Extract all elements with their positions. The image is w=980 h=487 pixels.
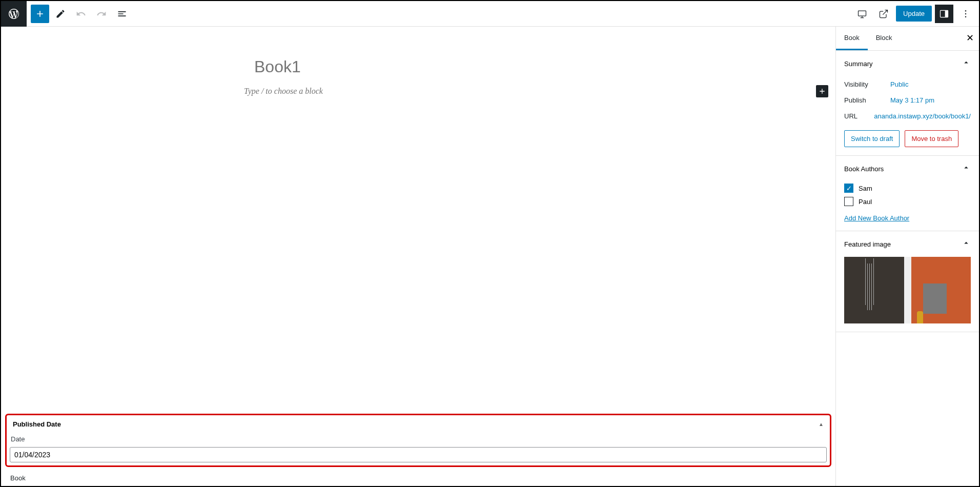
view-post-button[interactable] — [874, 5, 893, 23]
author-name-paul: Paul — [859, 198, 872, 206]
authors-title: Book Authors — [844, 165, 884, 173]
preview-desktop-button[interactable] — [853, 5, 871, 23]
summary-panel: Summary Visibility Public Publish May 3 … — [836, 51, 979, 156]
publish-value[interactable]: May 3 1:17 pm — [890, 96, 971, 104]
author-name-sam: Sam — [859, 185, 872, 192]
editor-column: Type / to choose a block Published Date … — [1, 27, 835, 486]
sidebar-icon — [939, 9, 949, 19]
settings-sidebar: Book Block ✕ Summary Visibility Public P… — [835, 27, 979, 486]
url-row: URL ananda.instawp.xyz/book/book1/ — [844, 108, 971, 124]
author-row-paul: Paul — [844, 195, 971, 208]
featured-image-thumbnail[interactable] — [844, 257, 971, 323]
wordpress-icon — [8, 8, 20, 20]
document-overview-button[interactable] — [113, 5, 131, 23]
svg-point-4 — [965, 13, 967, 14]
metabox-collapse-toggle[interactable]: ▲ — [819, 421, 824, 427]
featured-panel-header[interactable]: Featured image — [836, 231, 979, 257]
settings-sidebar-toggle[interactable] — [935, 5, 953, 23]
undo-icon — [76, 9, 86, 19]
url-label: URL — [844, 112, 874, 120]
chevron-up-icon — [962, 163, 971, 174]
toolbar-tools — [27, 5, 135, 23]
featured-title: Featured image — [844, 240, 891, 248]
toolbar-right: Update — [853, 5, 979, 23]
plus-icon — [818, 87, 826, 95]
redo-icon — [96, 9, 107, 19]
redo-button[interactable] — [92, 5, 111, 23]
wordpress-logo-button[interactable] — [1, 1, 27, 27]
plus-icon — [35, 9, 45, 19]
authors-panel-header[interactable]: Book Authors — [836, 156, 979, 181]
url-value[interactable]: ananda.instawp.xyz/book/book1/ — [874, 112, 971, 120]
close-sidebar-button[interactable]: ✕ — [964, 32, 976, 44]
featured-image-panel: Featured image — [836, 231, 979, 332]
visibility-row: Visibility Public — [844, 76, 971, 92]
editor-canvas[interactable]: Type / to choose a block — [1, 27, 835, 411]
pencil-icon — [55, 9, 66, 19]
edit-mode-button[interactable] — [51, 5, 70, 23]
main-area: Type / to choose a block Published Date … — [1, 27, 979, 486]
visibility-value[interactable]: Public — [890, 80, 971, 88]
metabox-header[interactable]: Published Date ▲ — [10, 418, 827, 433]
svg-rect-2 — [945, 10, 948, 17]
options-menu-button[interactable] — [956, 5, 975, 23]
block-breadcrumb[interactable]: Book — [1, 470, 835, 486]
authors-body: Sam Paul Add New Book Author — [836, 181, 979, 231]
author-row-sam: Sam — [844, 181, 971, 195]
summary-title: Summary — [844, 60, 873, 68]
publish-row: Publish May 3 1:17 pm — [844, 92, 971, 108]
block-placeholder-text: Type / to choose a block — [244, 87, 593, 96]
chevron-up-icon — [962, 58, 971, 69]
desktop-icon — [857, 9, 867, 19]
svg-point-3 — [965, 10, 967, 11]
featured-image-gap — [904, 257, 911, 323]
move-to-trash-button[interactable]: Move to trash — [905, 130, 958, 147]
featured-body — [836, 257, 979, 332]
publish-label: Publish — [844, 96, 890, 104]
published-date-metabox: Published Date ▲ Date — [5, 414, 831, 467]
add-new-author-link[interactable]: Add New Book Author — [844, 214, 909, 222]
date-field-label: Date — [10, 433, 827, 445]
more-vertical-icon — [961, 9, 971, 19]
chevron-up-icon — [962, 238, 971, 250]
list-view-icon — [117, 9, 127, 19]
sidebar-tabs: Book Block ✕ — [836, 27, 979, 51]
inline-add-block-button[interactable] — [816, 85, 828, 97]
toolbar-left — [1, 1, 135, 26]
tab-block[interactable]: Block — [868, 27, 901, 50]
metabox-title: Published Date — [13, 420, 61, 428]
book-authors-panel: Book Authors Sam Paul Add New Book Autho… — [836, 156, 979, 231]
author-checkbox-paul[interactable] — [844, 197, 853, 206]
summary-panel-header[interactable]: Summary — [836, 51, 979, 76]
visibility-label: Visibility — [844, 80, 890, 88]
undo-button[interactable] — [72, 5, 90, 23]
update-button[interactable]: Update — [896, 6, 932, 22]
switch-to-draft-button[interactable]: Switch to draft — [844, 130, 900, 147]
featured-image-left — [844, 257, 904, 323]
featured-image-right — [911, 257, 971, 323]
summary-body: Visibility Public Publish May 3 1:17 pm … — [836, 76, 979, 155]
summary-actions: Switch to draft Move to trash — [844, 130, 971, 147]
tab-book[interactable]: Book — [836, 27, 868, 50]
published-date-input[interactable] — [10, 447, 827, 462]
top-toolbar: Update — [1, 1, 979, 27]
empty-paragraph-block[interactable]: Type / to choose a block — [244, 87, 593, 96]
post-title-input[interactable] — [244, 57, 593, 76]
add-block-toggle[interactable] — [31, 5, 49, 23]
svg-rect-0 — [859, 11, 866, 16]
author-checkbox-sam[interactable] — [844, 184, 853, 193]
external-link-icon — [879, 9, 889, 19]
svg-point-5 — [965, 16, 967, 17]
